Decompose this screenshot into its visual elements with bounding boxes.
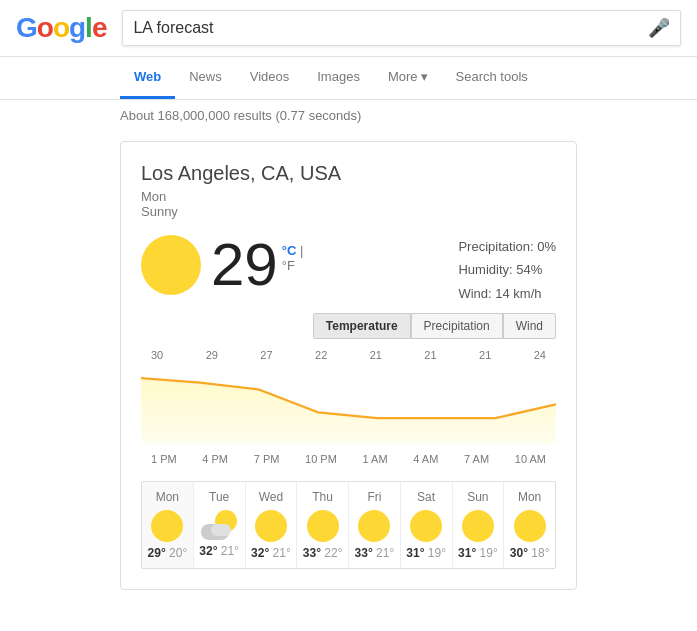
header: Google 🎤 [0,0,697,57]
search-bar[interactable]: 🎤 [122,10,681,46]
temp-number: 29 [211,235,278,295]
day-temps-6: 31° 19° [457,546,500,560]
day-name-5: Sat [405,490,448,504]
day-temps-1: 32° 21° [198,544,241,558]
temp-display: 29 °C | °F [211,235,313,295]
tab-temperature[interactable]: Temperature [313,313,411,339]
forecast-day-4[interactable]: Fri 33° 21° [349,482,401,568]
nav-item-more[interactable]: More ▾ [374,57,442,99]
nav-item-images[interactable]: Images [303,57,374,99]
day-name-3: Thu [301,490,344,504]
sun-icon-sm-5 [410,510,442,542]
sun-icon [141,235,201,295]
forecast-day-2[interactable]: Wed 32° 21° [246,482,298,568]
sun-icon-sm-3 [307,510,339,542]
weather-left: 29 °C | °F [141,235,313,295]
nav: Web News Videos Images More ▾ Search too… [0,57,697,100]
celsius-unit[interactable]: °C [282,243,297,258]
chart-area: 30 29 27 22 21 21 21 24 [141,349,556,449]
day-name-1: Tue [198,490,241,504]
nav-item-videos[interactable]: Videos [236,57,304,99]
weather-details: Precipitation: 0% Humidity: 54% Wind: 14… [458,235,556,305]
weekly-forecast: Mon 29° 20° Tue 32° 21° Wed 32° 21° [141,481,556,569]
day-temps-0: 29° 20° [146,546,189,560]
tab-precipitation[interactable]: Precipitation [411,313,503,339]
search-input[interactable] [133,19,648,37]
main-weather-row: 29 °C | °F Precipitation: 0% Humidity: 5… [141,235,556,349]
forecast-day-7[interactable]: Mon 30° 18° [504,482,555,568]
day-temps-4: 33° 21° [353,546,396,560]
weather-card: Los Angeles, CA, USA Mon Sunny 29 °C | °… [120,141,577,590]
day-name-4: Fri [353,490,396,504]
forecast-day-0[interactable]: Mon 29° 20° [142,482,194,568]
day-temps-7: 30° 18° [508,546,551,560]
forecast-day-1[interactable]: Tue 32° 21° [194,482,246,568]
nav-item-news[interactable]: News [175,57,236,99]
weather-condition: Sunny [141,204,556,219]
forecast-day-3[interactable]: Thu 33° 22° [297,482,349,568]
day-temps-5: 31° 19° [405,546,448,560]
temp-unit-toggle: °C | °F [282,243,313,273]
right-section: Precipitation: 0% Humidity: 54% Wind: 14… [313,235,556,349]
day-name-0: Mon [146,490,189,504]
tab-wind[interactable]: Wind [503,313,556,339]
fahrenheit-unit[interactable]: °F [282,258,295,273]
forecast-day-5[interactable]: Sat 31° 19° [401,482,453,568]
sun-icon-sm-6 [462,510,494,542]
svg-marker-0 [141,378,556,443]
chart-time-labels: 1 PM 4 PM 7 PM 10 PM 1 AM 4 AM 7 AM 10 A… [141,453,556,465]
partly-cloudy-icon-1 [201,510,237,540]
day-name-6: Sun [457,490,500,504]
chart-tabs: Temperature Precipitation Wind [313,313,556,339]
forecast-day-6[interactable]: Sun 31° 19° [453,482,505,568]
day-label: Mon [141,189,556,204]
day-temps-2: 32° 21° [250,546,293,560]
results-count: About 168,000,000 results (0.77 seconds) [0,100,697,131]
google-logo: Google [16,12,106,44]
precipitation-detail: Precipitation: 0% [458,235,556,258]
chart-svg [141,369,556,449]
nav-item-search-tools[interactable]: Search tools [442,57,542,99]
mic-icon[interactable]: 🎤 [648,17,670,39]
humidity-detail: Humidity: 54% [458,258,556,281]
day-temps-3: 33° 22° [301,546,344,560]
wind-detail: Wind: 14 km/h [458,282,556,305]
day-name-2: Wed [250,490,293,504]
nav-item-web[interactable]: Web [120,57,175,99]
sun-icon-sm-2 [255,510,287,542]
location-title: Los Angeles, CA, USA [141,162,556,185]
sun-icon-sm-0 [151,510,183,542]
day-name-7: Mon [508,490,551,504]
sun-icon-sm-7 [514,510,546,542]
chart-labels-top: 30 29 27 22 21 21 21 24 [141,349,556,361]
sun-icon-sm-4 [358,510,390,542]
